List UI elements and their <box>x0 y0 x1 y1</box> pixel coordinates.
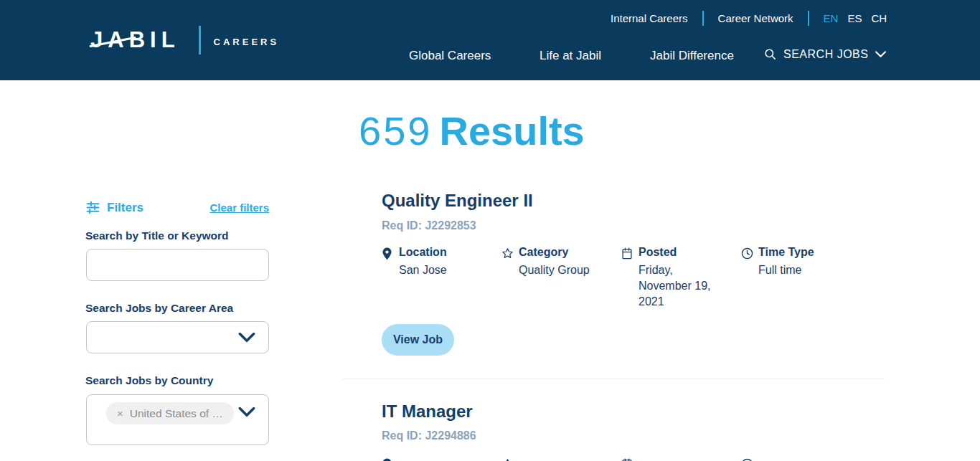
nav-global-careers[interactable]: Global Careers <box>409 49 491 63</box>
meta-value: San Jose <box>399 262 447 278</box>
clock-icon <box>741 457 753 461</box>
country-select[interactable]: × United States of … <box>86 394 269 445</box>
jabil-careers-page: JABIL CAREERS Internal Careers Career Ne… <box>0 0 980 461</box>
meta-label: Posted <box>639 246 723 259</box>
job-title[interactable]: Quality Engineer II <box>382 191 533 211</box>
filter-sliders-icon <box>85 200 100 215</box>
careers-logo-text: CAREERS <box>214 34 280 47</box>
results-count: 659 <box>359 108 432 153</box>
country-filter-label: Search Jobs by Country <box>85 374 213 387</box>
chevron-down-icon <box>875 50 887 59</box>
language-switcher: EN ES CH <box>824 12 887 24</box>
results-label: Results <box>439 108 584 153</box>
view-job-button[interactable]: View Job <box>382 324 454 356</box>
nav-jabil-difference[interactable]: Jabil Difference <box>650 49 734 63</box>
site-header: JABIL CAREERS Internal Careers Career Ne… <box>0 0 980 80</box>
chevron-down-icon <box>237 331 256 344</box>
selected-country-label: United States of … <box>130 407 223 420</box>
career-network-link[interactable]: Career Network <box>718 12 793 24</box>
meta-label: Location <box>399 246 447 259</box>
search-icon <box>763 47 777 61</box>
top-utility-nav: Internal Careers Career Network EN ES CH <box>611 11 887 26</box>
keyword-filter-label: Search by Title or Keyword <box>85 229 229 242</box>
keyword-search-input[interactable] <box>86 249 269 281</box>
calendar-icon <box>621 246 633 310</box>
nav-separator <box>702 11 704 26</box>
results-heading: 659Results <box>359 109 585 153</box>
selected-country-tag: × United States of … <box>106 402 234 424</box>
location-pin-icon <box>382 457 394 461</box>
search-jobs-label: SEARCH JOBS <box>783 48 868 61</box>
clear-filters-link[interactable]: Clear filters <box>209 201 269 214</box>
location-pin-icon <box>382 246 394 310</box>
language-en[interactable]: EN <box>824 12 839 24</box>
meta-label: Time Type <box>758 246 814 259</box>
star-icon <box>501 246 514 310</box>
career-area-filter-label: Search Jobs by Career Area <box>85 302 233 315</box>
job-time-type: Time Type Full time <box>741 246 861 310</box>
meta-value: Full time <box>758 262 814 278</box>
meta-value: Friday, November 19, 2021 <box>639 262 723 310</box>
career-area-select[interactable] <box>86 321 269 353</box>
meta-label: Category <box>519 246 590 259</box>
jabil-logo-text: JABIL <box>90 27 180 53</box>
filters-header: Filters Clear filters <box>85 200 269 215</box>
filters-toggle[interactable]: Filters <box>85 200 143 215</box>
jabil-logo[interactable]: JABIL CAREERS <box>90 26 279 54</box>
job-posted: Posted Friday, November 19, 2021 <box>621 246 741 310</box>
job-category: Category Quality Group <box>501 246 621 310</box>
chevron-down-icon <box>237 406 256 419</box>
job-card-divider <box>343 379 885 379</box>
job-title[interactable]: IT Manager <box>382 401 473 422</box>
job-meta-row: Location San Jose Category Quality Group… <box>382 246 861 310</box>
job-location: Location San Jose <box>382 246 501 310</box>
filters-label: Filters <box>107 201 143 215</box>
meta-value: Quality Group <box>519 262 590 278</box>
internal-careers-link[interactable]: Internal Careers <box>611 12 688 24</box>
language-es[interactable]: ES <box>847 12 862 24</box>
nav-life-at-jabil[interactable]: Life at Jabil <box>540 49 601 63</box>
search-jobs-menu[interactable]: SEARCH JOBS <box>763 47 887 61</box>
job-meta-row-clipped <box>382 457 861 461</box>
remove-tag-icon[interactable]: × <box>117 407 123 419</box>
clock-icon <box>741 246 753 310</box>
job-req-id: Req ID: J2292853 <box>382 219 476 232</box>
language-ch[interactable]: CH <box>871 12 887 24</box>
star-icon <box>501 457 514 461</box>
nav-separator <box>808 11 809 26</box>
logo-divider <box>199 26 201 54</box>
job-req-id: Req ID: J2294886 <box>382 429 476 442</box>
calendar-icon <box>621 457 633 461</box>
